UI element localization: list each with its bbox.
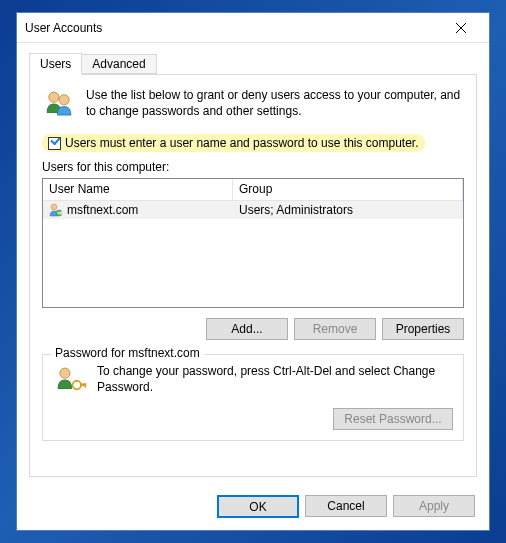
require-password-label: Users must enter a user name and passwor… xyxy=(65,136,419,150)
password-row: To change your password, press Ctrl-Alt-… xyxy=(53,363,453,400)
tab-users[interactable]: Users xyxy=(29,53,82,75)
user-accounts-window: User Accounts Users Advanced xyxy=(16,12,490,531)
require-password-checkbox[interactable] xyxy=(48,137,61,150)
remove-button: Remove xyxy=(294,318,376,340)
password-groupbox-label: Password for msftnext.com xyxy=(51,346,204,360)
close-icon xyxy=(456,23,466,33)
tab-body: Use the list below to grant or deny user… xyxy=(29,74,477,477)
properties-button[interactable]: Properties xyxy=(382,318,464,340)
dialog-footer: OK Cancel Apply xyxy=(17,485,489,530)
ok-button[interactable]: OK xyxy=(217,495,299,518)
users-icon xyxy=(42,87,76,124)
svg-point-6 xyxy=(60,368,70,378)
info-row: Use the list below to grant or deny user… xyxy=(42,87,464,124)
tab-strip: Users Advanced xyxy=(29,53,477,75)
table-row[interactable]: msftnext.com Users; Administrators xyxy=(43,201,463,219)
svg-rect-9 xyxy=(84,383,86,387)
reset-password-button: Reset Password... xyxy=(333,408,453,430)
svg-point-3 xyxy=(59,95,69,105)
content-area: Users Advanced Use the list below to gra… xyxy=(17,43,489,485)
window-title: User Accounts xyxy=(25,21,441,35)
col-header-group[interactable]: Group xyxy=(233,179,463,201)
col-header-username[interactable]: User Name xyxy=(43,179,233,201)
cancel-button[interactable]: Cancel xyxy=(305,495,387,517)
password-button-row: Reset Password... xyxy=(53,408,453,430)
titlebar: User Accounts xyxy=(17,13,489,43)
svg-point-4 xyxy=(51,204,57,210)
list-header: User Name Group xyxy=(43,179,463,201)
password-groupbox: Password for msftnext.com To change your… xyxy=(42,354,464,441)
users-list-label: Users for this computer: xyxy=(42,160,464,174)
close-button[interactable] xyxy=(441,16,481,40)
key-user-icon xyxy=(53,363,87,400)
cell-user: msftnext.com xyxy=(43,203,233,217)
info-text: Use the list below to grant or deny user… xyxy=(86,87,464,119)
user-icon xyxy=(49,203,63,217)
list-buttons: Add... Remove Properties xyxy=(42,318,464,340)
tab-advanced[interactable]: Advanced xyxy=(82,54,156,74)
password-text: To change your password, press Ctrl-Alt-… xyxy=(97,363,453,395)
require-password-row[interactable]: Users must enter a user name and passwor… xyxy=(42,134,425,152)
add-button[interactable]: Add... xyxy=(206,318,288,340)
users-list[interactable]: User Name Group msftnext. xyxy=(42,178,464,308)
apply-button: Apply xyxy=(393,495,475,517)
svg-point-7 xyxy=(73,381,82,390)
svg-point-2 xyxy=(49,92,59,102)
cell-user-text: msftnext.com xyxy=(67,203,138,217)
cell-group: Users; Administrators xyxy=(233,203,463,217)
